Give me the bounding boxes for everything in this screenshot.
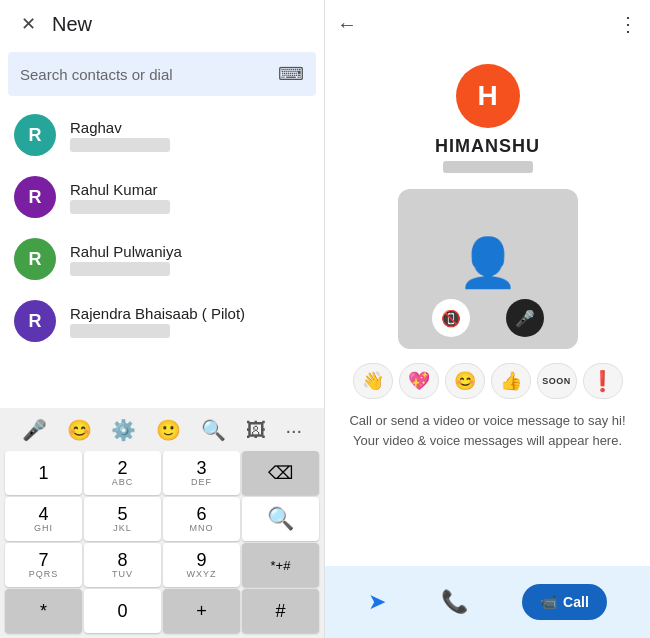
cta-description: Call or send a video or voice message to… [325,405,650,456]
reaction-exclaim[interactable]: ❗ [583,363,623,399]
contact-info: Rajendra Bhaisaab ( Pilot) [70,305,310,338]
video-container: 👤 📵 🎤 [398,189,578,349]
contact-name: Raghav [70,119,310,136]
key-6[interactable]: 6MNO [163,497,240,541]
profile-avatar-letter: H [477,80,497,112]
keyboard-icon: ⌨ [278,63,304,85]
avatar: R [14,300,56,342]
list-item[interactable]: R Rajendra Bhaisaab ( Pilot) [0,290,324,352]
contact-info: Raghav [70,119,310,152]
contact-number [70,138,170,152]
profile-name: HIMANSHU [435,136,540,157]
reaction-soon[interactable]: SOON [537,363,577,399]
list-item[interactable]: R Raghav [0,104,324,166]
more-icon[interactable]: ··· [285,419,302,442]
key-5[interactable]: 5JKL [84,497,161,541]
person-placeholder-icon: 👤 [458,235,518,291]
contact-number [70,200,170,214]
right-panel: ← ⋮ H HIMANSHU 👤 📵 🎤 👋 💖 😊 👍 SOON ❗ Call… [325,0,650,638]
key-0[interactable]: 0 [84,589,161,633]
right-header: ← ⋮ [325,0,650,48]
contact-info: Rahul Kumar [70,181,310,214]
contact-profile: H HIMANSHU [325,48,650,181]
settings-icon[interactable]: ⚙️ [111,418,136,442]
key-row-1: 1 2ABC 3DEF ⌫ [4,450,320,496]
key-4[interactable]: 4GHI [5,497,82,541]
key-9[interactable]: 9WXYZ [163,543,240,587]
contacts-list: R Raghav R Rahul Kumar R Rahul Pulwaniya… [0,104,324,408]
more-options-button[interactable]: ⋮ [618,12,638,36]
keyboard-area: 🎤 😊 ⚙️ 🙂 🔍 🖼 ··· 1 2ABC 3DEF ⌫ [0,408,324,638]
key-3[interactable]: 3DEF [163,451,240,495]
video-off-icon: 📵 [441,309,461,328]
key-row-2: 4GHI 5JKL 6MNO 🔍 [4,496,320,542]
bottom-actions: ➤ 📞 📹 Call [325,566,650,638]
back-button[interactable]: ← [337,13,357,36]
key-hash[interactable]: # [242,589,319,633]
mic-icon[interactable]: 🎤 [22,418,47,442]
search-bar[interactable]: Search contacts or dial ⌨ [8,52,316,96]
image-icon[interactable]: 🖼 [246,419,266,442]
emoji-reactions-row: 👋 💖 😊 👍 SOON ❗ [325,357,650,405]
close-button[interactable]: ✕ [12,8,44,40]
key-backspace[interactable]: ⌫ [242,451,319,495]
page-title: New [52,13,92,36]
contact-number [70,262,170,276]
reaction-heart[interactable]: 💖 [399,363,439,399]
key-1[interactable]: 1 [5,451,82,495]
reaction-thumbsup[interactable]: 👍 [491,363,531,399]
key-7[interactable]: 7PQRS [5,543,82,587]
avatar: R [14,176,56,218]
key-search[interactable]: 🔍 [242,497,319,541]
avatar: R [14,238,56,280]
audio-call-button[interactable]: 📞 [441,589,468,615]
left-panel: ✕ New Search contacts or dial ⌨ R Raghav… [0,0,325,638]
reaction-smile[interactable]: 😊 [445,363,485,399]
key-2[interactable]: 2ABC [84,451,161,495]
contact-info: Rahul Pulwaniya [70,243,310,276]
video-camera-icon: 📹 [540,594,557,610]
keyboard-top-row: 🎤 😊 ⚙️ 🙂 🔍 🖼 ··· [4,414,320,446]
list-item[interactable]: R Rahul Pulwaniya [0,228,324,290]
list-item[interactable]: R Rahul Kumar [0,166,324,228]
left-header: ✕ New [0,0,324,48]
avatar: R [14,114,56,156]
profile-avatar: H [456,64,520,128]
key-row-3: 7PQRS 8TUV 9WXYZ *+# [4,542,320,588]
mic-icon: 🎤 [515,309,535,328]
key-row-4: * 0 + # [4,588,320,634]
emoji-icon[interactable]: 😊 [67,418,92,442]
call-label: Call [563,594,589,610]
contact-name: Rahul Pulwaniya [70,243,310,260]
video-off-button[interactable]: 📵 [432,299,470,337]
contact-name: Rahul Kumar [70,181,310,198]
reaction-wave[interactable]: 👋 [353,363,393,399]
face-icon[interactable]: 🙂 [156,418,181,442]
send-icon: ➤ [368,589,386,615]
key-symbols[interactable]: *+# [242,543,319,587]
phone-icon: 📞 [441,589,468,615]
key-star[interactable]: * [5,589,82,633]
mic-toggle-button[interactable]: 🎤 [506,299,544,337]
search-placeholder: Search contacts or dial [20,66,278,83]
key-8[interactable]: 8TUV [84,543,161,587]
search-icon[interactable]: 🔍 [201,418,226,442]
video-call-button[interactable]: 📹 Call [522,584,607,620]
send-message-button[interactable]: ➤ [368,589,386,615]
contact-name: Rajendra Bhaisaab ( Pilot) [70,305,310,322]
video-controls: 📵 🎤 [398,291,578,345]
key-plus[interactable]: + [163,589,240,633]
profile-number [443,161,533,173]
contact-number [70,324,170,338]
